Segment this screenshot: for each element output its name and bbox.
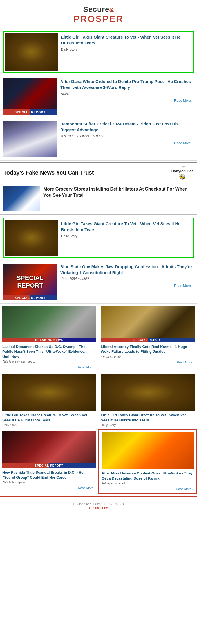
grid-item-2-image: SPECIAL REPORT <box>101 306 195 342</box>
article-blue-state-badge: SPECIAL REPORT <box>3 295 57 300</box>
footer: PO Box 455, Leesburg, VA 20178 Unsubscri… <box>0 496 197 515</box>
logo-prosper: PROSPER <box>73 14 123 24</box>
featured-article-1-source: Daily Story <box>61 48 191 51</box>
article-blue-state: SPECIALREPORT SPECIAL REPORT Blue State … <box>0 261 197 303</box>
featured-article-1-content: Little Girl Takes Giant Creature To Vet … <box>61 33 192 53</box>
footer-address: PO Box 455, Leesburg, VA 20178 <box>3 502 194 506</box>
article-dana-white: SPECIAL REPORT After Dana White Ordered … <box>0 76 197 118</box>
grid-item-5-title[interactable]: New Rashida Tlaib Scandal Breaks in D.C.… <box>2 470 96 480</box>
babylon-bee-section-title: Today's Fake News You Can Trust <box>3 170 168 176</box>
logo: Secure& PROSPER <box>3 5 194 24</box>
babylon-bee-article: More Grocery Stores Installing Defibrill… <box>0 183 197 215</box>
article-biden-content: Democrats Suffer Critical 2024 Defeat - … <box>60 121 194 145</box>
grid-item-2-title[interactable]: Liberal Attorney Finally Gets Real Karma… <box>101 344 195 354</box>
featured-article-1: Little Girl Takes Giant Creature To Vet … <box>3 31 194 73</box>
babylon-bee-bee: 🐝 <box>171 173 194 180</box>
article-blue-state-title[interactable]: Blue State Gov Makes Jaw-Dropping Confes… <box>60 264 194 275</box>
footer-unsubscribe[interactable]: Unsubscribe <box>3 506 194 510</box>
featured-article-2-image <box>5 220 58 256</box>
featured-article-2-title[interactable]: Little Girl Takes Giant Creature To Vet … <box>61 221 191 232</box>
article-dana-white-title[interactable]: After Dana White Ordered to Delete Pro-T… <box>60 78 194 90</box>
article-biden-subtitle: Yes, Biden really is this dumb... <box>60 134 194 138</box>
grid-item-5: SPECIAL REPORT New Rashida Tlaib Scandal… <box>0 429 98 494</box>
grid-item-2-badge: SPECIAL REPORT <box>101 338 195 342</box>
grid-item-1-title[interactable]: Leaked Document Shakes Up D.C. Swamp - T… <box>2 344 96 359</box>
babylon-bee-header: Today's Fake News You Can Trust The Baby… <box>0 162 197 183</box>
article-dana-white-read-more[interactable]: Read More... <box>60 98 194 103</box>
grid-item-1-subtitle: This is pretty alarming... <box>2 360 96 363</box>
grid-item-1: BREAKING NEWS Leaked Document Shakes Up … <box>0 304 98 372</box>
header: Secure& PROSPER <box>0 0 197 28</box>
grid-item-5-read-more[interactable]: Read More... <box>2 485 96 490</box>
grid-item-1-read-more[interactable]: Read More... <box>2 364 96 369</box>
babylon-bee-article-title[interactable]: More Grocery Stores Installing Defibrill… <box>43 186 194 199</box>
grid-item-4-source: Daily Story <box>101 423 195 427</box>
grid-item-1-badge: BREAKING NEWS <box>2 338 96 342</box>
grid-section: BREAKING NEWS Leaked Document Shakes Up … <box>0 303 197 494</box>
babylon-bee-the: The <box>171 166 194 169</box>
grid-item-6-read-more[interactable]: Read More... <box>102 486 194 491</box>
logo-ampersand: & <box>109 6 114 13</box>
babylon-bee-logo: The Babylon Bee 🐝 <box>171 166 194 180</box>
grid-item-3-source: Daily Story <box>2 423 96 427</box>
grid-item-4-image <box>101 374 195 411</box>
featured-article-1-image <box>5 33 58 71</box>
grid-item-6-subtitle: Totally deserved! <box>102 482 194 485</box>
grid-item-1-image: BREAKING NEWS <box>2 306 96 342</box>
article-biden-title[interactable]: Democrats Suffer Critical 2024 Defeat - … <box>60 121 194 133</box>
grid-item-4-title[interactable]: Little Girl Takes Giant Creature To Vet … <box>101 413 195 422</box>
grid-item-5-image: SPECIAL REPORT <box>2 431 96 468</box>
featured-article-2-content: Little Girl Takes Giant Creature To Vet … <box>61 220 192 239</box>
babylon-bee-article-image <box>3 186 40 211</box>
babylon-bee-name: Babylon Bee <box>171 169 194 173</box>
grid-item-3-title[interactable]: Little Girl Takes Giant Creature To Vet … <box>2 413 96 422</box>
grid-item-3-image <box>2 374 96 411</box>
grid-item-2: SPECIAL REPORT Liberal Attorney Finally … <box>98 304 197 372</box>
special-report-badge: SPECIAL REPORT <box>3 109 57 115</box>
grid-item-4: Little Girl Takes Giant Creature To Vet … <box>98 372 197 429</box>
grid-item-6-image <box>102 432 194 469</box>
article-biden: Democrats Suffer Critical 2024 Defeat - … <box>0 118 197 161</box>
article-blue-state-content: Blue State Gov Makes Jaw-Dropping Confes… <box>60 264 194 288</box>
featured-article-1-title[interactable]: Little Girl Takes Giant Creature To Vet … <box>61 34 191 46</box>
grid-item-5-subtitle: This is horrifying... <box>2 481 96 484</box>
grid-item-6-title[interactable]: After Miss Universe Contest Goes Ultra-W… <box>102 471 194 481</box>
article-blue-state-read-more[interactable]: Read More... <box>60 283 194 288</box>
grid-item-2-read-more[interactable]: Read More... <box>101 360 195 365</box>
grid-item-6: After Miss Universe Contest Goes Ultra-W… <box>98 429 197 494</box>
article-dana-white-subtitle: Yikes! <box>60 92 194 96</box>
grid-item-3: Little Girl Takes Giant Creature To Vet … <box>0 372 98 429</box>
article-biden-read-more[interactable]: Read More... <box>60 140 194 145</box>
article-dana-white-content: After Dana White Ordered to Delete Pro-T… <box>60 78 194 103</box>
babylon-bee-article-content: More Grocery Stores Installing Defibrill… <box>43 186 194 199</box>
article-biden-image <box>3 121 57 157</box>
featured-article-2: Little Girl Takes Giant Creature To Vet … <box>3 218 194 258</box>
article-dana-white-image: SPECIAL REPORT <box>3 78 57 115</box>
grid-item-5-badge: SPECIAL REPORT <box>2 463 96 468</box>
logo-secure: Secure <box>83 5 109 13</box>
article-blue-state-image: SPECIALREPORT SPECIAL REPORT <box>3 264 57 300</box>
divider-top <box>0 28 197 28</box>
article-blue-state-subtitle: Um... 1984 much!? <box>60 277 194 281</box>
featured-article-2-source: Daily Story <box>61 234 191 238</box>
grid-item-2-subtitle: It's about time! <box>101 355 195 358</box>
